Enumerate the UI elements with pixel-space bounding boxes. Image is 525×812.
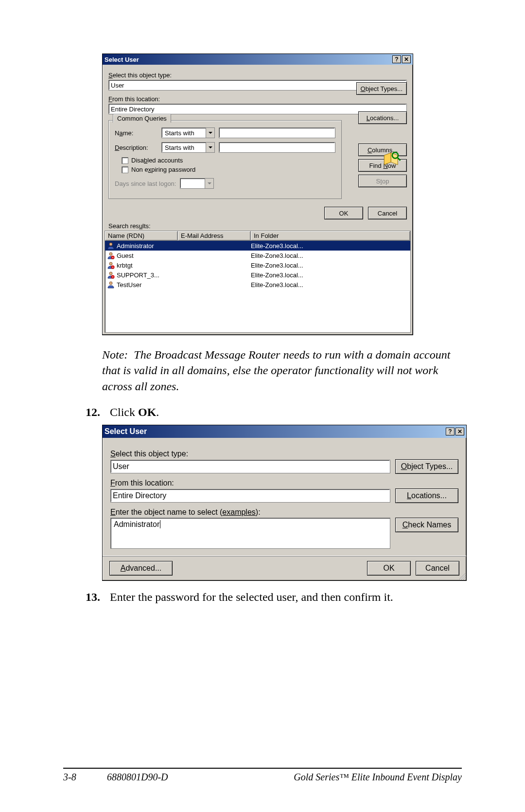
user-icon <box>107 281 115 289</box>
help-button[interactable]: ? <box>446 428 455 435</box>
select-user-advanced-dialog: Select User ? ✕ Select this object type:… <box>102 54 413 335</box>
locations-button[interactable]: Locations... <box>395 488 458 503</box>
page-footer: 3-8 6880801D90-D Gold Series™ Elite Inbo… <box>63 768 462 783</box>
product-name: Gold Series™ Elite Inbound Event Display <box>168 772 462 783</box>
object-types-button[interactable]: Object Types... <box>356 82 407 95</box>
description-label: Description: <box>115 144 158 151</box>
user-disabled-icon: ✕ <box>107 261 115 269</box>
cancel-button[interactable]: Cancel <box>416 561 459 576</box>
object-type-input[interactable] <box>110 460 390 473</box>
svg-text:✕: ✕ <box>112 275 114 278</box>
page-number: 3-8 <box>63 772 107 783</box>
cancel-button[interactable]: Cancel <box>368 207 407 219</box>
chevron-down-icon <box>206 143 214 152</box>
chevron-down-icon <box>205 179 213 188</box>
svg-text:✕: ✕ <box>112 256 114 259</box>
dialog-title: Select User <box>105 427 446 436</box>
resize-grip-icon[interactable] <box>457 572 465 579</box>
name-label: Name: <box>115 129 158 137</box>
step-13: 13. Enter the password for the selected … <box>78 591 462 604</box>
enter-object-name-label: Enter the object name to select (example… <box>110 508 458 517</box>
table-row[interactable]: TestUserElite-Zone3.local... <box>105 280 410 289</box>
table-row[interactable]: ✕SUPPORT_3...Elite-Zone3.local... <box>105 270 410 280</box>
advanced-button[interactable]: Advanced... <box>109 561 173 576</box>
description-query-input[interactable] <box>219 142 335 153</box>
object-name-input[interactable]: Administrator <box>110 518 390 549</box>
svg-point-2 <box>109 243 112 246</box>
days-since-logon-label: Days since last logon: <box>115 180 176 187</box>
object-types-button[interactable]: Object Types... <box>395 459 458 474</box>
examples-link[interactable]: examples <box>222 508 255 516</box>
title-bar: Select User ? ✕ <box>103 54 413 65</box>
select-type-label: Select this object type: <box>108 72 407 79</box>
location-input[interactable] <box>110 489 390 503</box>
ok-button[interactable]: OK <box>367 561 411 576</box>
svg-text:✕: ✕ <box>112 266 114 269</box>
svg-point-12 <box>109 282 112 285</box>
chevron-down-icon <box>206 128 214 138</box>
dialog-title: Select User <box>105 56 392 63</box>
check-names-button[interactable]: Check Names <box>395 518 458 532</box>
doc-number: 6880801D90-D <box>107 772 168 783</box>
ok-button[interactable]: OK <box>324 207 363 219</box>
search-results-list[interactable]: Name (RDN) E-Mail Address In Folder Admi… <box>105 231 411 333</box>
table-row[interactable]: ✕krbtgtElite-Zone3.local... <box>105 260 410 270</box>
svg-point-9 <box>109 272 112 275</box>
note-paragraph: Note: The Broadcast Message Router needs… <box>102 347 462 394</box>
name-operator-combo[interactable]: Starts with <box>161 127 215 138</box>
svg-point-3 <box>109 253 112 255</box>
description-operator-combo[interactable]: Starts with <box>161 142 215 153</box>
from-location-label: From this location: <box>108 95 407 103</box>
disabled-accounts-checkbox[interactable]: Disabled accounts <box>122 157 335 164</box>
stop-button: Stop <box>358 175 407 187</box>
results-header: Name (RDN) E-Mail Address In Folder <box>105 231 410 241</box>
close-button[interactable]: ✕ <box>402 55 411 63</box>
user-disabled-icon: ✕ <box>107 252 115 259</box>
from-location-label: From this location: <box>110 479 458 487</box>
non-expiring-password-checkbox[interactable]: Non expiring password <box>122 166 335 173</box>
help-button[interactable]: ? <box>392 55 401 63</box>
days-since-logon-combo <box>180 178 214 189</box>
select-type-label: Select this object type: <box>110 450 458 458</box>
table-row[interactable]: AdministratorElite-Zone3.local... <box>105 241 410 251</box>
title-bar: Select User ? ✕ <box>103 425 466 438</box>
directory-search-icon <box>382 149 402 170</box>
svg-point-6 <box>109 262 112 265</box>
user-disabled-icon: ✕ <box>107 271 115 279</box>
select-user-dialog: Select User ? ✕ Select this object type:… <box>102 425 467 581</box>
close-button[interactable]: ✕ <box>455 428 464 435</box>
search-results-label: Search results: <box>103 222 413 231</box>
locations-button[interactable]: Locations... <box>358 111 407 124</box>
step-12: 12. Click OK. <box>78 406 462 419</box>
common-queries-tab[interactable]: Common Queries <box>113 114 171 123</box>
name-query-input[interactable] <box>219 127 335 138</box>
user-icon <box>107 242 115 250</box>
table-row[interactable]: ✕GuestElite-Zone3.local... <box>105 251 410 260</box>
